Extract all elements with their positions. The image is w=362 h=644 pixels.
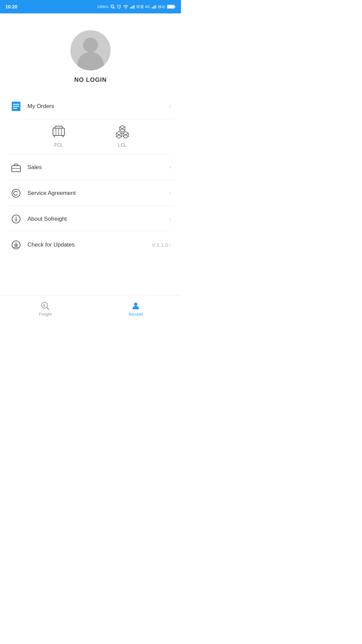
- svg-line-2: [117, 5, 118, 6]
- orders-chevron: ›: [169, 103, 171, 109]
- fcl-label: FCL: [54, 142, 63, 148]
- updates-version: V 1.1.0 ›: [152, 242, 171, 248]
- battery-icon: [167, 4, 176, 9]
- svg-text:$: $: [43, 304, 45, 308]
- main-content: NO LOGIN My Orders ›: [0, 13, 181, 258]
- wifi-icon: [123, 4, 128, 9]
- carrier2: 移动: [158, 4, 165, 9]
- svg-point-46: [16, 217, 17, 218]
- orders-label: My Orders: [27, 103, 169, 110]
- account-nav-icon: [131, 301, 140, 311]
- signal2-icon: [152, 4, 156, 9]
- lcl-item[interactable]: LCL: [114, 123, 131, 148]
- freight-nav-label: Freight: [39, 312, 51, 317]
- freight-type-row: FCL: [7, 119, 174, 155]
- service-chevron: ›: [169, 190, 171, 196]
- fcl-icon: [50, 123, 67, 140]
- sales-chevron: ›: [169, 164, 171, 170]
- svg-marker-40: [123, 135, 128, 138]
- svg-point-53: [134, 303, 137, 306]
- svg-marker-37: [123, 131, 128, 135]
- svg-marker-36: [116, 135, 122, 138]
- freight-nav-icon: $: [41, 301, 50, 311]
- svg-rect-9: [152, 7, 153, 8]
- about-label: About Sofreight: [27, 216, 169, 222]
- svg-rect-14: [168, 5, 174, 8]
- svg-marker-29: [120, 125, 125, 129]
- status-bar: 10:20 190K/s 联通 4G: [0, 0, 181, 13]
- avatar-head: [83, 38, 98, 52]
- svg-line-52: [47, 308, 49, 310]
- menu-section: My Orders ›: [0, 94, 181, 258]
- account-nav-label: Account: [128, 312, 143, 317]
- fcl-item[interactable]: FCL: [50, 123, 67, 148]
- login-status: NO LOGIN: [74, 76, 107, 84]
- network-speed: 190K/s: [97, 5, 109, 9]
- svg-rect-15: [175, 6, 176, 7]
- svg-point-4: [125, 8, 126, 9]
- service-label: Service Agreement: [27, 190, 169, 197]
- nav-account[interactable]: Account: [90, 299, 181, 319]
- svg-line-3: [120, 5, 121, 6]
- status-time: 10:20: [5, 4, 17, 9]
- lcl-icon: [114, 123, 131, 140]
- lcl-label: LCL: [118, 142, 127, 148]
- svg-rect-11: [154, 6, 155, 8]
- updates-label: Check for Updates: [27, 241, 152, 248]
- menu-item-updates[interactable]: Check for Updates V 1.1.0 ›: [7, 232, 174, 258]
- sales-icon: [10, 161, 22, 173]
- version-text: V 1.1.0: [152, 242, 168, 248]
- about-chevron: ›: [169, 216, 171, 222]
- status-right: 190K/s 联通 4G: [97, 4, 176, 9]
- svg-rect-6: [131, 6, 132, 8]
- bottom-nav: $ Freight Account: [0, 295, 181, 322]
- menu-item-sales[interactable]: Sales ›: [7, 155, 174, 180]
- svg-rect-41: [12, 166, 20, 172]
- menu-item-service[interactable]: Service Agreement ›: [7, 180, 174, 206]
- avatar-person: [70, 30, 111, 70]
- svg-marker-33: [116, 131, 122, 135]
- svg-rect-12: [155, 5, 156, 9]
- nav-freight[interactable]: $ Freight: [0, 299, 90, 319]
- sales-label: Sales: [27, 164, 169, 171]
- avatar-container: NO LOGIN: [70, 30, 111, 84]
- about-icon: [10, 213, 22, 225]
- avatar-body: [77, 52, 104, 70]
- avatar: [70, 30, 111, 70]
- orders-icon: [10, 100, 22, 112]
- notification-icon: [110, 4, 115, 9]
- updates-icon: [10, 239, 22, 251]
- service-icon: [10, 187, 22, 199]
- svg-rect-5: [130, 7, 131, 8]
- alarm-icon: [117, 4, 121, 9]
- svg-rect-10: [153, 6, 154, 8]
- svg-marker-32: [120, 129, 125, 132]
- svg-rect-7: [133, 6, 133, 8]
- signal-icon: [130, 4, 135, 9]
- carrier1: 联通 4G: [136, 4, 150, 9]
- menu-item-orders[interactable]: My Orders ›: [7, 94, 174, 119]
- svg-point-43: [12, 189, 20, 197]
- svg-rect-8: [134, 5, 134, 9]
- menu-item-about[interactable]: About Sofreight ›: [7, 206, 174, 232]
- chevron-icon: ›: [169, 103, 171, 109]
